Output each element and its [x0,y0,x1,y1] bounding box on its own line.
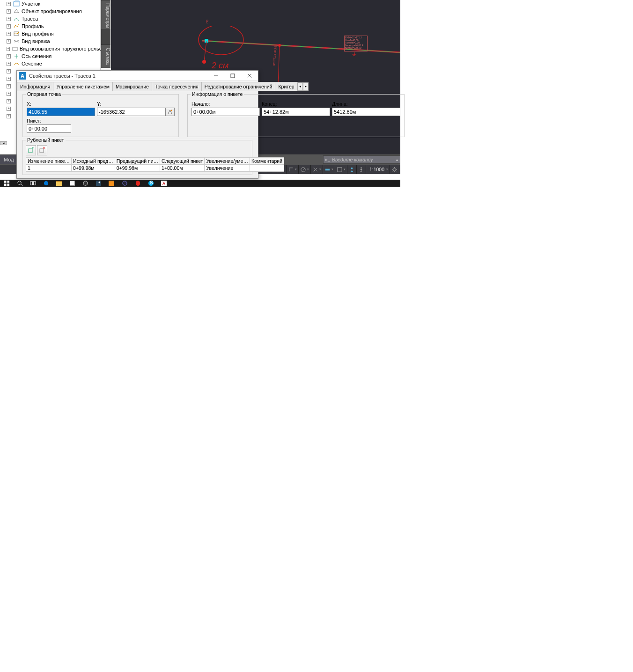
status-polar-icon[interactable] [299,165,311,174]
opera-icon[interactable] [131,180,144,187]
status-walk-icon[interactable] [357,165,366,174]
skype-icon[interactable]: S [144,180,157,187]
command-input[interactable]: Введите команду [332,157,396,162]
expand-icon[interactable]: + [7,69,11,73]
col-header[interactable]: Следующий пикет [160,158,205,165]
tree-item-grading[interactable]: + Объект профилирования [0,7,100,15]
side-handle[interactable] [101,29,110,44]
search-icon[interactable] [13,180,26,187]
y-label: Y: [97,101,175,107]
tree-item-superelevation[interactable]: + Вид виража [0,37,100,45]
command-dropdown-icon[interactable]: ▴ [396,158,398,162]
col-header[interactable]: Изменение пике… [26,158,72,165]
col-header[interactable]: Исходный пред… [72,158,115,165]
pick-point-button[interactable] [165,108,175,116]
tab-station-control[interactable]: Управление пикетажем [53,82,113,91]
autocad-icon[interactable]: A [157,180,170,187]
tree-item-alignment[interactable]: + Трасса [0,15,100,22]
side-tab-survey[interactable]: Съемка [101,44,110,68]
close-button[interactable] [241,71,258,80]
expand-icon[interactable]: + [7,9,11,14]
maximize-button[interactable] [224,71,241,80]
start-button[interactable] [0,180,13,187]
tree-item-profile[interactable]: + Профиль [0,22,100,30]
tab-masking[interactable]: Маскирование [112,82,152,91]
alignment-properties-dialog: A Свойства трассы - Трасса 1 Информация … [16,70,258,179]
y-input[interactable] [97,108,165,116]
station-equations-table[interactable]: Изменение пике… Исходный пред… Предыдущи… [26,157,284,172]
profile-view-icon [13,30,20,37]
expand-icon[interactable]: + [7,2,11,6]
svg-rect-23 [7,183,9,186]
media-icon[interactable] [105,180,118,187]
expand-icon[interactable]: + [7,77,11,81]
tab-scroll-left-icon[interactable]: ◂ [297,82,303,91]
minimize-button[interactable] [207,71,224,80]
app-icon-1[interactable] [79,180,92,187]
tab-scroll-right-icon[interactable]: ▸ [303,82,309,91]
table-row[interactable]: 1 0+99.98м 0+99.98м 1+00.00м Увеличение [26,165,284,172]
x-input[interactable] [27,108,95,116]
group-legend: Рубленый пикет [26,137,66,143]
expand-icon[interactable]: + [7,39,11,44]
dialog-title: Свойства трассы - Трасса 1 [29,73,207,79]
expand-icon[interactable]: + [7,47,10,51]
app-icon-2[interactable] [118,180,131,187]
tree-item-sample-line[interactable]: + Ось сечения [0,52,100,60]
curve-info-label: ВУ10=17+17,12 Угол1=40,00 Tангенс=0,00 Б… [344,36,368,51]
col-header[interactable]: Увеличение/уме… [205,158,250,165]
tree-item-profile-view[interactable]: + Вид профиля [0,30,100,37]
scroll-left-icon[interactable]: ◂ [0,141,7,145]
svg-point-19 [393,168,396,171]
length-input[interactable] [332,108,400,116]
length-label: Длина: [332,101,400,107]
expand-icon[interactable]: + [7,24,11,29]
expand-icon[interactable]: + [7,92,11,96]
status-scale[interactable]: 1:1000▾ [366,165,390,174]
station-input[interactable] [27,124,71,133]
delete-row-button[interactable] [37,145,47,155]
sample-line-icon [13,52,20,60]
model-tab[interactable]: Мод [0,155,18,164]
svg-rect-36 [231,74,235,78]
expand-icon[interactable]: + [7,107,11,111]
status-ortho-icon[interactable] [287,165,299,174]
end-input[interactable] [262,108,330,116]
command-input-wrap[interactable]: ▸_ Введите команду ▴ [323,155,400,164]
tab-constraint-edit[interactable]: Редактирование ограничений [201,82,276,91]
edge-icon[interactable] [39,180,52,187]
dialog-titlebar[interactable]: A Свойства трассы - Трасса 1 [17,71,258,81]
store-icon[interactable] [66,180,79,187]
status-person-icon[interactable] [347,165,357,174]
status-lineweight-icon[interactable] [323,165,335,174]
start-input[interactable] [191,108,260,116]
tab-intersection[interactable]: Точка пересечения [152,82,202,91]
profile-icon [13,22,20,30]
status-osnap-icon[interactable] [311,165,323,174]
tab-criteria[interactable]: Критер [275,82,297,91]
tree-label: Вид возвышения наружного рельса [20,46,105,51]
site-icon [13,0,20,7]
tree-item-site[interactable]: + Участок [0,0,100,7]
add-row-button[interactable] [26,145,36,155]
explorer-icon[interactable] [52,180,66,187]
expand-icon[interactable]: + [7,114,11,118]
col-header[interactable]: Предыдущий пи… [115,158,160,165]
tree-item-cant-view[interactable]: + Вид возвышения наружного рельса [0,45,100,52]
svg-point-27 [44,181,48,185]
expand-icon[interactable]: + [7,62,11,66]
task-view-icon[interactable] [26,180,39,187]
tree-item-section[interactable]: + Сечение [0,60,100,67]
steam-icon[interactable] [92,180,105,187]
tree-label: Профиль [22,23,44,29]
expand-icon[interactable]: + [7,84,11,88]
status-gear-icon[interactable] [390,165,399,174]
expand-icon[interactable]: + [7,17,11,21]
tab-information[interactable]: Информация [17,82,53,91]
status-transparency-icon[interactable] [335,165,347,174]
col-header[interactable]: Комментарий [250,158,284,165]
side-tab-parameters[interactable]: Параметры [101,0,110,29]
expand-icon[interactable]: + [7,32,11,36]
expand-icon[interactable]: + [7,99,11,103]
expand-icon[interactable]: + [7,54,11,58]
